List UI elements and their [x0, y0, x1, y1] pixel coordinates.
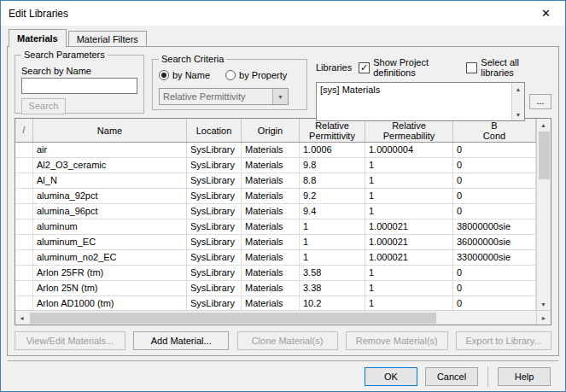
select-all-libraries-label: Select all libraries — [481, 57, 541, 78]
row-selector[interactable] — [15, 173, 33, 189]
column-header-name[interactable]: Name — [33, 119, 187, 142]
scroll-up-icon[interactable]: ▲ — [512, 83, 525, 95]
export-to-library-button[interactable]: Export to Library... — [456, 331, 551, 350]
cell-location: SysLibrary — [187, 250, 242, 266]
table-row[interactable]: airSysLibraryMaterials1.00061.00000040 — [15, 143, 536, 158]
cell-relative-permittivity: 8.8 — [300, 173, 365, 189]
search-by-name-input[interactable] — [21, 78, 137, 94]
libraries-scrollbar[interactable]: ▲ ▼ — [511, 83, 524, 120]
cell-origin: Materials — [242, 189, 300, 204]
tab-materials[interactable]: Materials — [9, 29, 67, 47]
cell-name: Al_N — [33, 173, 187, 189]
table-vertical-scrollbar[interactable]: ▲ ▼ — [536, 119, 551, 310]
bulk-conductivity-line2: Cond — [483, 131, 505, 141]
row-selector[interactable] — [15, 266, 33, 281]
libraries-listbox[interactable]: [sys] Materials ▲ ▼ — [316, 82, 525, 121]
table-row[interactable]: alumina_96pctSysLibraryMaterials9.410 — [15, 204, 536, 219]
cell-relative-permeability: 1 — [365, 266, 453, 281]
show-project-definitions-checkbox[interactable]: ✓ — [359, 62, 370, 73]
property-dropdown[interactable]: Relative Permittivity ▼ — [159, 88, 289, 105]
table-row[interactable]: aluminum_ECSysLibraryMaterials11.0000213… — [15, 235, 536, 250]
view-edit-materials-button[interactable]: View/Edit Materials... — [15, 331, 125, 350]
by-property-radio[interactable] — [225, 70, 236, 80]
clone-material-button[interactable]: Clone Material(s) — [237, 331, 338, 350]
cell-bulk-conductivity: 0 — [453, 204, 536, 219]
table-row[interactable]: Arlon 25FR (tm)SysLibraryMaterials3.5810 — [15, 266, 536, 281]
cell-relative-permittivity: 1 — [300, 235, 365, 250]
library-list-item[interactable]: [sys] Materials — [320, 85, 509, 95]
scroll-left-icon[interactable]: ◄ — [15, 312, 28, 324]
row-selector[interactable] — [15, 296, 33, 310]
libraries-block: Libraries ✓ Show Project definitions Sel… — [316, 57, 551, 114]
by-name-radio[interactable] — [159, 70, 169, 80]
rel-permittivity-line2: Permittivity — [309, 131, 355, 141]
help-button[interactable]: Help — [498, 367, 551, 386]
show-project-definitions-label: Show Project definitions — [373, 57, 456, 78]
table-row[interactable]: Al2_O3_ceramicSysLibraryMaterials9.810 — [15, 158, 536, 173]
scroll-up-icon[interactable]: ▲ — [537, 119, 550, 131]
vertical-scroll-thumb[interactable] — [539, 132, 550, 179]
cell-location: SysLibrary — [187, 266, 242, 281]
chevron-down-icon[interactable]: ▼ — [272, 89, 288, 104]
row-selector[interactable] — [15, 158, 33, 173]
table-row[interactable]: aluminum_no2_ECSysLibraryMaterials11.000… — [15, 250, 536, 266]
close-button[interactable]: ✕ — [527, 1, 565, 26]
table-row[interactable]: Arlon AD1000 (tm)SysLibraryMaterials10.2… — [15, 296, 536, 310]
cell-relative-permittivity: 9.4 — [300, 204, 365, 219]
browse-libraries-button[interactable]: ... — [529, 94, 551, 109]
sort-icon: / — [23, 126, 26, 135]
horizontal-scroll-thumb[interactable] — [30, 313, 436, 324]
remove-material-button[interactable]: Remove Material(s) — [346, 331, 448, 350]
add-material-button[interactable]: Add Material... — [133, 331, 229, 350]
table-row[interactable]: Arlon 25N (tm)SysLibraryMaterials3.3810 — [15, 281, 536, 296]
property-dropdown-value: Relative Permittivity — [160, 91, 272, 102]
scroll-down-icon[interactable]: ▼ — [537, 298, 550, 310]
row-selector[interactable] — [15, 250, 33, 266]
cell-name: Arlon AD1000 (tm) — [33, 296, 187, 310]
table-row[interactable]: Al_NSysLibraryMaterials8.810 — [15, 173, 536, 189]
ok-button[interactable]: OK — [365, 367, 417, 386]
row-selector[interactable] — [15, 143, 33, 158]
cell-origin: Materials — [242, 296, 300, 310]
table-row[interactable]: alumina_92pctSysLibraryMaterials9.210 — [15, 189, 536, 204]
row-selector[interactable] — [15, 219, 33, 235]
column-header-relative-permittivity[interactable]: Relative Permittivity — [300, 119, 365, 142]
table-main: / Name Location Origin — [15, 119, 551, 310]
select-all-libraries-option[interactable]: Select all libraries — [466, 57, 541, 78]
cancel-button[interactable]: Cancel — [425, 367, 478, 386]
table-row[interactable]: aluminumSysLibraryMaterials11.0000213800… — [15, 219, 536, 235]
cell-origin: Materials — [242, 250, 300, 266]
sort-column-header[interactable]: / — [15, 119, 33, 142]
scroll-down-icon[interactable]: ▼ — [512, 108, 525, 120]
libraries-body: [sys] Materials ▲ ▼ ... — [316, 82, 551, 121]
cell-relative-permittivity: 3.38 — [300, 281, 365, 296]
search-button[interactable]: Search — [21, 98, 66, 114]
vertical-scroll-track[interactable] — [537, 180, 551, 298]
tab-material-filters[interactable]: Material Filters — [68, 31, 147, 46]
row-selector[interactable] — [15, 204, 33, 219]
cell-location: SysLibrary — [187, 219, 242, 235]
cell-name: Arlon 25N (tm) — [33, 281, 187, 296]
select-all-libraries-checkbox[interactable] — [466, 62, 477, 73]
titlebar: Edit Libraries ✕ — [1, 1, 565, 26]
cell-relative-permittivity: 10.2 — [300, 296, 365, 310]
column-header-bulk-conductivity[interactable]: B Cond — [453, 119, 536, 142]
tabstrip: Materials Material Filters — [7, 28, 559, 46]
show-project-definitions-option[interactable]: ✓ Show Project definitions — [359, 57, 456, 78]
row-selector[interactable] — [15, 189, 33, 204]
edit-libraries-dialog: Edit Libraries ✕ Materials Material Filt… — [0, 0, 566, 392]
column-header-relative-permeability[interactable]: Relative Permeability — [365, 119, 453, 142]
cell-relative-permittivity: 9.2 — [300, 189, 365, 204]
row-selector[interactable] — [15, 235, 33, 250]
scrollbar-corner[interactable]: ► — [536, 311, 551, 325]
row-selector[interactable] — [15, 281, 33, 296]
cell-location: SysLibrary — [187, 296, 242, 310]
scroll-right-icon[interactable]: ► — [538, 312, 551, 324]
column-header-location[interactable]: Location — [187, 119, 242, 142]
cell-name: alumina_92pct — [33, 189, 187, 204]
table-horizontal-scrollbar[interactable]: ◄ — [15, 311, 536, 325]
cell-name: aluminum — [33, 219, 187, 235]
cell-relative-permeability: 1 — [365, 204, 453, 219]
search-criteria-legend: Search Criteria — [159, 54, 226, 64]
column-header-origin[interactable]: Origin — [242, 119, 300, 142]
